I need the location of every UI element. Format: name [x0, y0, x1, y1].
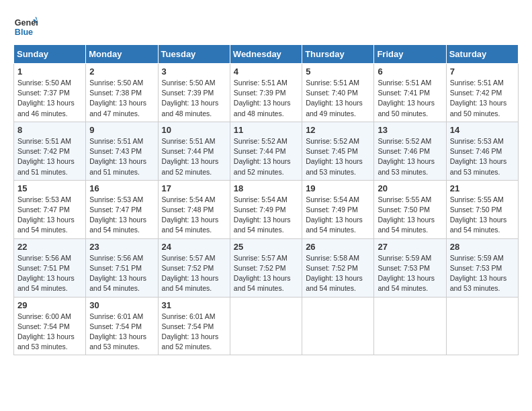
logo-icon: General Blue [13, 13, 38, 38]
header-wednesday: Wednesday [230, 45, 302, 64]
calendar-cell: 12Sunrise: 5:52 AM Sunset: 7:45 PM Dayli… [302, 122, 374, 180]
day-number: 27 [378, 242, 442, 252]
calendar-cell: 1Sunrise: 5:50 AM Sunset: 7:37 PM Daylig… [14, 64, 86, 122]
day-detail: Sunrise: 6:01 AM Sunset: 7:54 PM Dayligh… [162, 312, 226, 353]
calendar-cell: 29Sunrise: 6:00 AM Sunset: 7:54 PM Dayli… [14, 297, 86, 355]
day-number: 1 [17, 66, 82, 77]
svg-text:Blue: Blue [15, 28, 33, 37]
calendar-cell: 24Sunrise: 5:57 AM Sunset: 7:52 PM Dayli… [158, 238, 230, 297]
day-detail: Sunrise: 5:54 AM Sunset: 7:48 PM Dayligh… [162, 195, 226, 236]
day-detail: Sunrise: 5:52 AM Sunset: 7:44 PM Dayligh… [234, 136, 298, 177]
day-detail: Sunrise: 5:50 AM Sunset: 7:37 PM Dayligh… [17, 78, 82, 119]
day-number: 23 [89, 242, 154, 252]
day-number: 2 [89, 66, 154, 77]
calendar-cell: 7Sunrise: 5:51 AM Sunset: 7:42 PM Daylig… [446, 64, 518, 122]
calendar-cell: 22Sunrise: 5:56 AM Sunset: 7:51 PM Dayli… [14, 238, 86, 297]
day-number: 3 [162, 66, 226, 77]
calendar-cell: 15Sunrise: 5:53 AM Sunset: 7:47 PM Dayli… [14, 180, 86, 238]
calendar-cell: 6Sunrise: 5:51 AM Sunset: 7:41 PM Daylig… [374, 64, 446, 122]
day-number: 26 [306, 242, 370, 252]
header-thursday: Thursday [302, 45, 374, 64]
header-saturday: Saturday [446, 45, 518, 64]
calendar-cell: 23Sunrise: 5:56 AM Sunset: 7:51 PM Dayli… [86, 238, 158, 297]
day-detail: Sunrise: 5:59 AM Sunset: 7:53 PM Dayligh… [450, 253, 515, 294]
calendar-cell: 31Sunrise: 6:01 AM Sunset: 7:54 PM Dayli… [158, 297, 230, 355]
calendar-cell: 26Sunrise: 5:58 AM Sunset: 7:52 PM Dayli… [302, 238, 374, 297]
day-number: 31 [162, 300, 226, 310]
day-number: 4 [234, 66, 298, 77]
day-detail: Sunrise: 5:50 AM Sunset: 7:39 PM Dayligh… [162, 78, 226, 119]
calendar-cell: 27Sunrise: 5:59 AM Sunset: 7:53 PM Dayli… [374, 238, 446, 297]
calendar-cell: 25Sunrise: 5:57 AM Sunset: 7:52 PM Dayli… [230, 238, 302, 297]
day-number: 24 [162, 242, 226, 252]
day-detail: Sunrise: 5:56 AM Sunset: 7:51 PM Dayligh… [17, 253, 82, 294]
day-number: 18 [234, 183, 298, 193]
calendar-cell: 17Sunrise: 5:54 AM Sunset: 7:48 PM Dayli… [158, 180, 230, 238]
calendar-cell: 19Sunrise: 5:54 AM Sunset: 7:49 PM Dayli… [302, 180, 374, 238]
calendar-cell: 30Sunrise: 6:01 AM Sunset: 7:54 PM Dayli… [86, 297, 158, 355]
day-detail: Sunrise: 5:51 AM Sunset: 7:42 PM Dayligh… [450, 78, 515, 119]
day-detail: Sunrise: 5:56 AM Sunset: 7:51 PM Dayligh… [89, 253, 154, 294]
calendar-week-4: 22Sunrise: 5:56 AM Sunset: 7:51 PM Dayli… [14, 238, 519, 297]
day-detail: Sunrise: 5:55 AM Sunset: 7:50 PM Dayligh… [378, 195, 442, 236]
day-number: 6 [378, 66, 442, 77]
header-sunday: Sunday [14, 45, 86, 64]
day-detail: Sunrise: 5:55 AM Sunset: 7:50 PM Dayligh… [450, 195, 515, 236]
day-detail: Sunrise: 5:51 AM Sunset: 7:41 PM Dayligh… [378, 78, 442, 119]
calendar-cell: 18Sunrise: 5:54 AM Sunset: 7:49 PM Dayli… [230, 180, 302, 238]
day-detail: Sunrise: 5:51 AM Sunset: 7:43 PM Dayligh… [89, 136, 154, 177]
header-friday: Friday [374, 45, 446, 64]
day-detail: Sunrise: 5:50 AM Sunset: 7:38 PM Dayligh… [89, 78, 154, 119]
day-detail: Sunrise: 5:52 AM Sunset: 7:46 PM Dayligh… [378, 136, 442, 177]
calendar-cell: 11Sunrise: 5:52 AM Sunset: 7:44 PM Dayli… [230, 122, 302, 180]
calendar-cell: 13Sunrise: 5:52 AM Sunset: 7:46 PM Dayli… [374, 122, 446, 180]
day-number: 11 [234, 125, 298, 135]
calendar-cell: 8Sunrise: 5:51 AM Sunset: 7:42 PM Daylig… [14, 122, 86, 180]
header-monday: Monday [86, 45, 158, 64]
day-number: 8 [17, 125, 82, 135]
day-number: 7 [450, 66, 515, 77]
calendar-cell: 9Sunrise: 5:51 AM Sunset: 7:43 PM Daylig… [86, 122, 158, 180]
logo: General Blue [13, 13, 38, 38]
day-number: 5 [306, 66, 370, 77]
day-number: 14 [450, 125, 515, 135]
day-detail: Sunrise: 6:01 AM Sunset: 7:54 PM Dayligh… [89, 312, 154, 353]
day-detail: Sunrise: 5:51 AM Sunset: 7:40 PM Dayligh… [306, 78, 370, 119]
day-number: 12 [306, 125, 370, 135]
calendar-week-1: 1Sunrise: 5:50 AM Sunset: 7:37 PM Daylig… [14, 64, 519, 122]
day-detail: Sunrise: 6:00 AM Sunset: 7:54 PM Dayligh… [17, 312, 82, 353]
calendar-week-2: 8Sunrise: 5:51 AM Sunset: 7:42 PM Daylig… [14, 122, 519, 180]
day-detail: Sunrise: 5:58 AM Sunset: 7:52 PM Dayligh… [306, 253, 370, 294]
calendar-cell: 3Sunrise: 5:50 AM Sunset: 7:39 PM Daylig… [158, 64, 230, 122]
day-number: 13 [378, 125, 442, 135]
calendar-cell [446, 297, 518, 355]
day-number: 19 [306, 183, 370, 193]
calendar-cell: 4Sunrise: 5:51 AM Sunset: 7:39 PM Daylig… [230, 64, 302, 122]
calendar-cell: 16Sunrise: 5:53 AM Sunset: 7:47 PM Dayli… [86, 180, 158, 238]
day-number: 17 [162, 183, 226, 193]
page-header: General Blue [13, 13, 519, 38]
day-number: 25 [234, 242, 298, 252]
day-number: 20 [378, 183, 442, 193]
day-detail: Sunrise: 5:54 AM Sunset: 7:49 PM Dayligh… [234, 195, 298, 236]
calendar-cell [302, 297, 374, 355]
day-detail: Sunrise: 5:57 AM Sunset: 7:52 PM Dayligh… [162, 253, 226, 294]
calendar-cell: 21Sunrise: 5:55 AM Sunset: 7:50 PM Dayli… [446, 180, 518, 238]
calendar-cell: 5Sunrise: 5:51 AM Sunset: 7:40 PM Daylig… [302, 64, 374, 122]
day-number: 30 [89, 300, 154, 310]
day-number: 29 [17, 300, 82, 310]
calendar-table: SundayMondayTuesdayWednesdayThursdayFrid… [13, 44, 519, 355]
day-detail: Sunrise: 5:59 AM Sunset: 7:53 PM Dayligh… [378, 253, 442, 294]
day-detail: Sunrise: 5:51 AM Sunset: 7:44 PM Dayligh… [162, 136, 226, 177]
calendar-cell: 28Sunrise: 5:59 AM Sunset: 7:53 PM Dayli… [446, 238, 518, 297]
day-detail: Sunrise: 5:53 AM Sunset: 7:47 PM Dayligh… [89, 195, 154, 236]
day-detail: Sunrise: 5:52 AM Sunset: 7:45 PM Dayligh… [306, 136, 370, 177]
day-number: 10 [162, 125, 226, 135]
calendar-cell: 20Sunrise: 5:55 AM Sunset: 7:50 PM Dayli… [374, 180, 446, 238]
calendar-cell: 10Sunrise: 5:51 AM Sunset: 7:44 PM Dayli… [158, 122, 230, 180]
calendar-header-row: SundayMondayTuesdayWednesdayThursdayFrid… [14, 45, 519, 64]
day-number: 15 [17, 183, 82, 193]
day-number: 16 [89, 183, 154, 193]
calendar-week-5: 29Sunrise: 6:00 AM Sunset: 7:54 PM Dayli… [14, 297, 519, 355]
day-detail: Sunrise: 5:54 AM Sunset: 7:49 PM Dayligh… [306, 195, 370, 236]
